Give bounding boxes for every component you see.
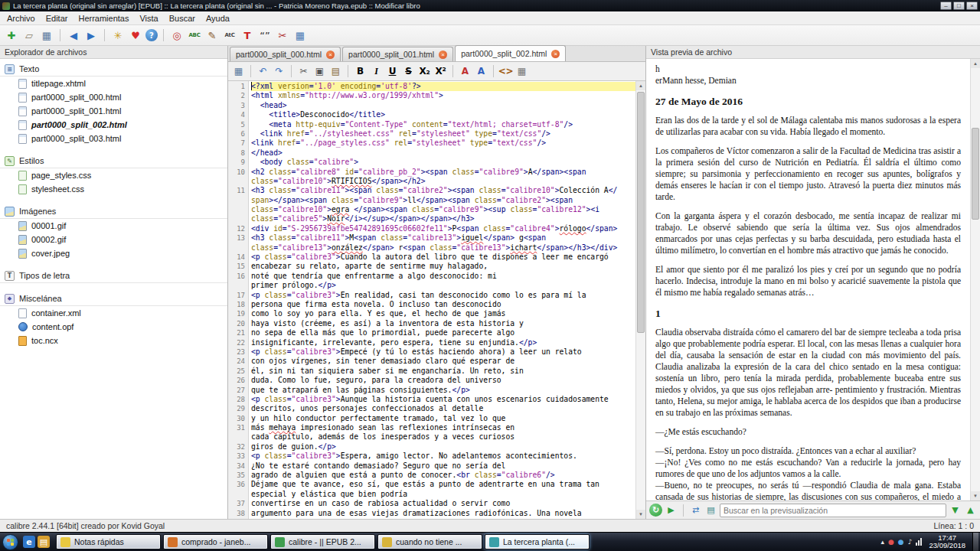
reports-icon[interactable]: ▦ xyxy=(292,28,308,43)
text-color-icon[interactable]: A xyxy=(458,64,472,79)
strikethrough-icon[interactable]: S xyxy=(401,64,416,79)
open-book-icon[interactable]: ▱ xyxy=(21,28,37,43)
print-preview-icon[interactable]: ▤ xyxy=(704,504,717,517)
sync-position-icon[interactable]: ⇄ xyxy=(689,504,702,517)
taskbar-window-button[interactable]: calibre - || EPUB 2... xyxy=(270,534,375,549)
browser-icon[interactable]: e xyxy=(23,536,35,548)
superscript-icon[interactable]: X² xyxy=(433,64,448,79)
show-desktop-button[interactable] xyxy=(972,533,978,551)
italic-icon[interactable]: I xyxy=(369,64,384,79)
file-item[interactable]: toc.ncx xyxy=(0,334,227,347)
code-line[interactable]: duda. Como lo fue, seguro, para la cread… xyxy=(251,376,635,385)
beautify-icon[interactable]: ✎ xyxy=(204,28,220,43)
code-line[interactable]: class="calibre10">egra </span><span clas… xyxy=(251,205,635,214)
code-line[interactable]: class="calibre10">RTIFICIOS</span></h2> xyxy=(251,177,635,186)
scroll-up-icon[interactable]: ▲ xyxy=(636,81,645,90)
scroll-up-icon[interactable]: ▲ xyxy=(971,59,980,68)
file-item[interactable]: part0000_split_002.html xyxy=(0,118,227,132)
code-line[interactable]: <?xml version='1.0' encoding='utf-8'?> xyxy=(251,82,635,91)
file-item[interactable]: part0000_split_001.html xyxy=(0,104,227,118)
insert-html-tag-icon[interactable]: <> xyxy=(498,64,513,79)
file-item[interactable]: 00002.gif xyxy=(0,233,227,246)
code-line[interactable]: noté que tendría que enfrentarme a algo … xyxy=(251,272,635,281)
code-line[interactable]: ¿No te estaré contando demasiado? Seguro… xyxy=(251,461,635,471)
taskbar-window-button[interactable]: Notas rápidas xyxy=(56,534,161,549)
taskbar-window-button[interactable]: cuando no tiene ... xyxy=(377,534,482,549)
section-styles[interactable]: Estilos xyxy=(0,154,227,168)
code-line[interactable]: <h3 class="calibre11"><span class="calib… xyxy=(251,186,635,195)
code-line[interactable]: span></span><span class="calibre9">ll</s… xyxy=(251,196,635,205)
editor-scrollbar[interactable]: ▲ ▼ xyxy=(635,81,645,519)
file-item[interactable]: stylesheet.css xyxy=(0,182,227,196)
code-line[interactable]: insignificante, irrelevante, pero espera… xyxy=(251,338,635,347)
code-line[interactable]: y un hilo conductor perfectamente tramad… xyxy=(251,414,635,423)
code-line[interactable]: giros de guion.</p> xyxy=(251,442,635,452)
code-line[interactable]: <p class="calibre3">Espera, amigo lector… xyxy=(251,452,635,461)
code-line[interactable]: </head> xyxy=(251,148,635,158)
file-item[interactable]: 00001.gif xyxy=(0,219,227,233)
menu-archivo[interactable]: Archivo xyxy=(2,13,41,24)
close-button[interactable]: × xyxy=(966,2,978,10)
editor-tab[interactable]: part0000_split_002.html× xyxy=(455,45,566,61)
preview-search-input[interactable] xyxy=(720,504,946,517)
menu-herramientas[interactable]: Herramientas xyxy=(73,13,134,24)
code-line[interactable]: haya visto (créeme, es así) a la invento… xyxy=(251,319,635,328)
sweep-icon[interactable]: ✳ xyxy=(110,28,126,43)
file-item[interactable]: page_styles.css xyxy=(0,168,227,182)
find-next-icon[interactable]: ▼ xyxy=(949,504,962,517)
code-line[interactable]: <html xmlns="http://www.w3.org/1999/xhtm… xyxy=(251,91,635,100)
code-line[interactable]: con ojos vírgenes, sin tener demasiado c… xyxy=(251,357,635,366)
scroll-down-icon[interactable]: ▼ xyxy=(636,510,645,519)
refresh-preview-icon[interactable]: ↻ xyxy=(649,504,662,517)
underline-icon[interactable]: U xyxy=(385,64,400,79)
code-line[interactable]: <p class="calibre3">Aunque la historia c… xyxy=(251,395,635,404)
code-line[interactable]: Déjame que te avance, eso sí, que estás … xyxy=(251,480,635,489)
code-line[interactable]: como lo soy yo para ella. Y es que, el h… xyxy=(251,309,635,318)
code-line[interactable]: él, sin ni tan siquiera saber si me enga… xyxy=(251,367,635,376)
code-line[interactable]: cada capítulo, además de los inesperados… xyxy=(251,432,635,442)
change-case-icon[interactable]: AtC xyxy=(222,28,237,43)
menu-vista[interactable]: Vista xyxy=(134,13,163,24)
file-item[interactable]: container.xml xyxy=(0,306,227,320)
code-line[interactable]: convertirse en un caso de rabiosa actual… xyxy=(251,499,635,508)
smarten-punctuation-icon[interactable]: “” xyxy=(257,28,273,43)
code-line[interactable]: más mehaya impresionado sean las reflexi… xyxy=(251,423,635,432)
paste-icon[interactable]: ▤ xyxy=(328,64,343,79)
tab-close-icon[interactable]: × xyxy=(326,51,335,59)
editor-tab[interactable]: part0000_split_001.html× xyxy=(342,47,453,61)
minimize-button[interactable]: – xyxy=(940,2,952,10)
code-line[interactable]: primer prólogo.</p> xyxy=(251,281,635,290)
code-line[interactable]: <p class="calibre3">Cuando la autora del… xyxy=(251,253,635,262)
check-book-icon[interactable]: ◎ xyxy=(169,28,185,43)
start-button[interactable] xyxy=(2,534,18,550)
cut-icon[interactable]: ✂ xyxy=(296,64,311,79)
find-prev-icon[interactable]: ▲ xyxy=(964,504,977,517)
file-item[interactable]: cover.jpeg xyxy=(0,246,227,260)
code-line[interactable]: <head> xyxy=(251,101,635,110)
section-text[interactable]: Texto xyxy=(0,62,227,77)
hidden-icons-icon[interactable]: ▴ xyxy=(880,538,884,546)
antivirus-icon[interactable]: ● xyxy=(888,538,894,546)
bold-icon[interactable]: B xyxy=(353,64,368,79)
preview-scrollbar[interactable]: ▲ ▼ xyxy=(970,59,980,500)
menu-editar[interactable]: Editar xyxy=(41,13,74,24)
spellcheck-icon[interactable]: ABC xyxy=(187,28,202,43)
background-color-icon[interactable]: A xyxy=(474,64,488,79)
code-line[interactable]: especial y elástica que bien podría xyxy=(251,490,635,499)
code-line[interactable]: <h2 class="calibre8" id="calibre_pb_2"><… xyxy=(251,168,635,177)
remove-unused-css-icon[interactable]: ✂ xyxy=(275,28,290,43)
tab-close-icon[interactable]: × xyxy=(439,51,447,59)
code-line[interactable]: argumento para una de esas viejas dramat… xyxy=(251,509,635,518)
code-line[interactable]: <body class="calibre"> xyxy=(251,158,635,167)
code-line[interactable]: agrado de alguien que está a punto de co… xyxy=(251,471,635,480)
file-item[interactable]: content.opf xyxy=(0,320,227,334)
code-line[interactable]: persona que firma esta novela. O incluso… xyxy=(251,300,635,309)
file-item[interactable]: part0000_split_003.html xyxy=(0,132,227,145)
redo-icon[interactable]: ↷ xyxy=(272,64,286,79)
run-preview-icon[interactable]: ▶ xyxy=(665,504,678,517)
undo-icon[interactable]: ↶ xyxy=(256,64,270,79)
messenger-icon[interactable]: ● xyxy=(898,538,904,546)
table-icon[interactable]: ▦ xyxy=(514,64,529,79)
menu-buscar[interactable]: Buscar xyxy=(164,13,201,24)
new-file-icon[interactable]: ✚ xyxy=(4,28,19,43)
